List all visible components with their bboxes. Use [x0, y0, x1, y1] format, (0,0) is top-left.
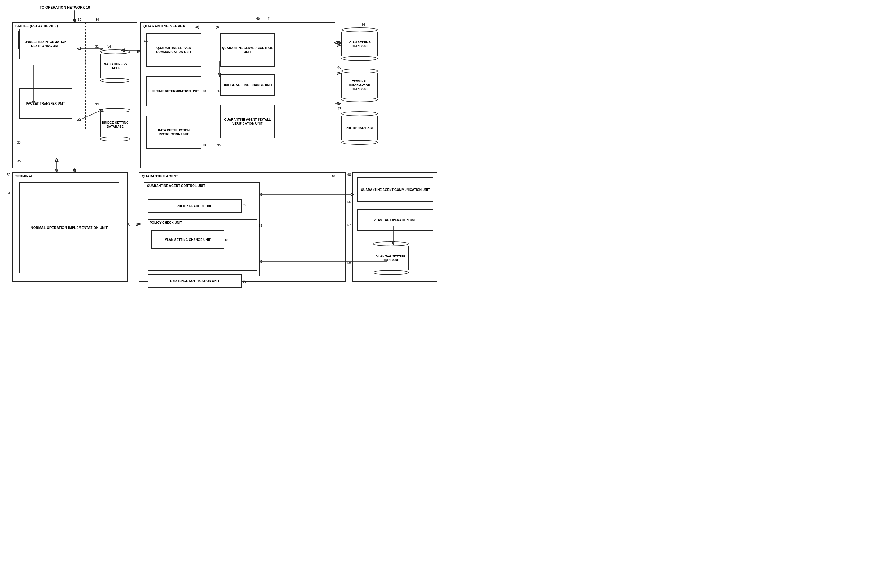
- quarantine-server-label: QUARANTINE SERVER: [143, 24, 186, 28]
- vlan-setting-database: VLAN SETTING DATABASE: [341, 27, 378, 61]
- policy-database: POLICY DATABASE: [341, 111, 378, 145]
- packet-transfer-unit: PACKET TRANSFER UNIT: [19, 88, 72, 118]
- ref-51: 51: [7, 191, 11, 195]
- ref-67: 67: [347, 223, 351, 227]
- terminal-info-database: TERMINAL INFORMATION DATABASE: [341, 68, 378, 102]
- ref-66: 66: [347, 200, 351, 204]
- ref-64: 64: [225, 238, 229, 242]
- mac-address-table: MAC ADDRESS TABLE: [100, 49, 130, 83]
- ref-46: 46: [337, 65, 341, 69]
- ref-33: 33: [95, 102, 99, 106]
- policy-check-outer: POLICY CHECK UNIT VLAN SETTING CHANGE UN…: [147, 219, 257, 271]
- bridge-outer-label: BRIDGE (RELAY DEVICE): [15, 24, 58, 28]
- ref-49: 49: [202, 143, 206, 147]
- terminal-outer-box: TERMINAL 50 51 NORMAL OPERATION IMPLEMEN…: [12, 172, 128, 282]
- ref-35: 35: [17, 159, 21, 163]
- bridge-outer-box: BRIDGE (RELAY DEVICE) BRIDGE CONTROL UNI…: [12, 22, 137, 168]
- qa-label: QUARANTINE AGENT: [142, 174, 178, 178]
- bridge-inner-dashed: UNRELATED INFORMATION DESTROYING UNIT PA…: [13, 23, 86, 129]
- ref-42: 42: [217, 89, 221, 92]
- ref-34: 34: [107, 44, 111, 48]
- qs-control-unit: QUARANTINE SERVER CONTROL UNIT: [220, 33, 275, 67]
- unrelated-info-unit: UNRELATED INFORMATION DESTROYING UNIT: [19, 29, 72, 59]
- quarantine-server-outer: QUARANTINE SERVER QUARANTINE SERVER COMM…: [140, 22, 335, 168]
- ref-65: 65: [243, 279, 246, 283]
- lifetime-determination-unit: LIFE TIME DETERMINATION UNIT: [146, 76, 201, 106]
- qa-control-unit-label: QUARANTINE AGENT CONTROL UNIT: [147, 184, 205, 188]
- ref-31: 31: [95, 44, 99, 48]
- bridge-setting-database: BRIDGE SETTING DATABASE: [100, 108, 130, 141]
- vlan-tag-setting-db: VLAN TAG SETTING DATABASE: [373, 241, 409, 275]
- ref-60: 60: [347, 173, 351, 176]
- vlan-setting-change-unit: VLAN SETTING CHANGE UNIT: [151, 230, 225, 249]
- top-label: TO OPERATION NETWORK 10: [39, 6, 90, 9]
- qa-comm-unit: QUARANTINE AGENT COMMUNICATION UNIT: [357, 177, 434, 202]
- bridge-setting-change-unit: BRIDGE SETTING CHANGE UNIT: [220, 74, 275, 96]
- ref-68: 68: [347, 261, 351, 265]
- qa-control-unit-outer: QUARANTINE AGENT CONTROL UNIT POLICY REA…: [144, 182, 260, 276]
- normal-op-unit: NORMAL OPERATION IMPLEMENTATION UNIT: [19, 182, 120, 273]
- ref-50: 50: [7, 173, 11, 176]
- ref-63: 63: [259, 224, 262, 227]
- ref-36: 36: [96, 18, 99, 21]
- ref-45: 45: [144, 39, 147, 43]
- existence-notify-unit: EXISTENCE NOTIFICATION UNIT: [147, 274, 242, 288]
- qa-install-verify-unit: QUARANTINE AGENT INSTALL VERIFICATION UN…: [220, 105, 275, 138]
- vlan-tag-op-unit: VLAN TAG OPERATION UNIT: [357, 209, 434, 231]
- policy-readout-unit: POLICY READOUT UNIT: [147, 199, 242, 213]
- ref-44: 44: [361, 23, 365, 27]
- ref-40: 40: [256, 17, 260, 20]
- qa-comm-outer: 60 QUARANTINE AGENT COMMUNICATION UNIT 6…: [352, 172, 437, 282]
- diagram: TO OPERATION NETWORK 10 BRIDGE (RELAY DE…: [0, 0, 448, 294]
- qa-outer-box: QUARANTINE AGENT 61 QUARANTINE AGENT CON…: [139, 172, 346, 282]
- ref-47: 47: [337, 107, 341, 111]
- ref-62: 62: [243, 203, 246, 207]
- ref-32: 32: [17, 141, 21, 144]
- ref-41: 41: [267, 17, 271, 20]
- ref-61: 61: [332, 174, 335, 178]
- qs-comm-unit: QUARANTINE SERVER COMMUNICATION UNIT: [146, 33, 201, 67]
- ref-43: 43: [217, 143, 221, 147]
- data-destruction-unit: DATA DESTRUCTION INSTRUCTION UNIT: [146, 115, 201, 149]
- policy-check-label: POLICY CHECK UNIT: [150, 221, 182, 225]
- ref-48: 48: [202, 89, 206, 92]
- terminal-label: TERMINAL: [15, 174, 33, 178]
- ref-30: 30: [78, 18, 81, 21]
